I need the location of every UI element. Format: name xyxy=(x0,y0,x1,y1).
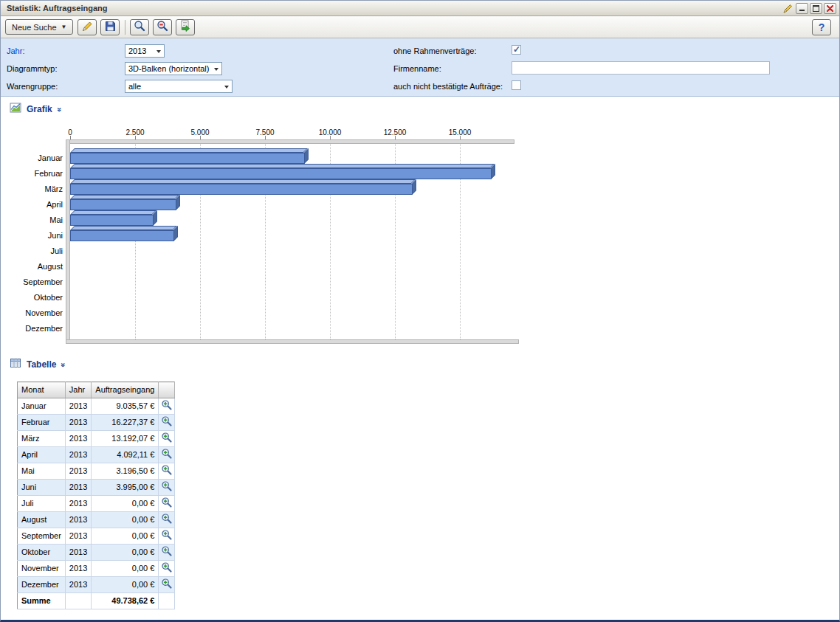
jahr-label[interactable]: Jahr: xyxy=(7,46,24,55)
firmenname-label: Firmenname: xyxy=(393,64,441,73)
help-button[interactable]: ? xyxy=(812,19,831,35)
cell-jahr: 2013 xyxy=(65,480,91,496)
orders-table: Monat Jahr Auftragseingang Januar20139.0… xyxy=(17,381,175,609)
close-button[interactable] xyxy=(824,3,836,14)
cell-actions xyxy=(159,398,175,415)
bar-april xyxy=(70,199,176,210)
cell-auftragseingang: 0,00 € xyxy=(92,496,159,512)
x-tick-mark xyxy=(70,136,71,139)
row-detail-zoom-button[interactable] xyxy=(161,399,173,411)
table-row-juli: Juli20130,00 € xyxy=(18,496,175,512)
cell-jahr: 2013 xyxy=(65,415,91,431)
window-title: Statistik: Auftragseingang xyxy=(7,4,780,13)
cell-jahr: 2013 xyxy=(65,447,91,463)
ohne-rahmenvertraege-checkbox[interactable] xyxy=(512,45,521,55)
cell-actions xyxy=(159,512,175,528)
save-icon xyxy=(105,21,116,34)
new-search-label: Neue Suche xyxy=(12,23,57,32)
chart-wall-top xyxy=(66,139,514,144)
warengruppe-value: alle xyxy=(128,82,141,91)
search-button[interactable] xyxy=(130,19,149,35)
y-axis-label: Juni xyxy=(4,231,63,240)
cell-actions xyxy=(159,577,175,593)
search-reset-button[interactable] xyxy=(153,19,172,35)
x-tick-mark xyxy=(200,136,201,139)
collapse-chevron-icon[interactable]: » xyxy=(55,107,63,111)
x-tick-mark xyxy=(460,136,461,139)
table-row-april: April20134.092,11 € xyxy=(18,447,175,463)
tabelle-section-header: Tabelle » xyxy=(10,358,66,371)
cell-actions xyxy=(159,415,175,431)
row-detail-zoom-button[interactable] xyxy=(161,529,173,541)
x-tick-mark xyxy=(265,136,266,139)
y-axis-label: März xyxy=(4,184,63,193)
note-icon[interactable] xyxy=(782,3,794,14)
row-detail-zoom-button[interactable] xyxy=(161,497,173,508)
question-icon: ? xyxy=(819,21,825,33)
bar-mai xyxy=(70,215,154,226)
table-row-mai: Mai20133.196,50 € xyxy=(18,463,175,480)
table-row-august: August20130,00 € xyxy=(18,512,175,528)
bar-märz xyxy=(70,184,413,195)
row-detail-zoom-button[interactable] xyxy=(161,513,173,525)
cell-jahr: 2013 xyxy=(65,577,91,593)
row-detail-zoom-button[interactable] xyxy=(161,415,173,427)
cell-auftragseingang: 4.092,11 € xyxy=(92,447,159,463)
maximize-button[interactable] xyxy=(810,3,822,14)
column-header-actions xyxy=(159,382,175,398)
table-icon xyxy=(10,357,21,372)
cell-auftragseingang: 0,00 € xyxy=(92,512,159,528)
bar-juni xyxy=(70,230,174,241)
titlebar: Statistik: Auftragseingang xyxy=(1,1,839,16)
pencil-icon xyxy=(82,21,93,34)
export-button[interactable] xyxy=(176,19,195,35)
row-detail-zoom-button[interactable] xyxy=(161,561,173,573)
cell-monat: März xyxy=(18,431,66,447)
table-header-row: Monat Jahr Auftragseingang xyxy=(18,382,175,398)
cell-jahr: 2013 xyxy=(65,496,91,512)
orders-table-body: Januar20139.035,57 €Februar201316.227,37… xyxy=(18,398,175,593)
jahr-select[interactable]: 2013 xyxy=(125,44,165,58)
edit-search-button[interactable] xyxy=(78,19,97,35)
row-detail-zoom-button[interactable] xyxy=(161,545,173,557)
warengruppe-select[interactable]: alle xyxy=(125,80,233,93)
cell-actions xyxy=(159,463,175,480)
nicht-bestaetigte-checkbox[interactable] xyxy=(512,80,521,90)
cell-jahr: 2013 xyxy=(65,463,91,480)
row-detail-zoom-button[interactable] xyxy=(161,578,173,590)
y-axis-label: Dezember xyxy=(4,324,63,333)
cell-auftragseingang: 3.995,00 € xyxy=(92,480,159,496)
cell-auftragseingang: 16.227,37 € xyxy=(92,415,159,431)
new-search-button[interactable]: Neue Suche ▼ xyxy=(5,19,73,35)
toolbar-separator xyxy=(125,20,125,35)
cell-monat: Februar xyxy=(18,415,66,431)
y-axis-label: Oktober xyxy=(4,293,63,302)
row-detail-zoom-button[interactable] xyxy=(161,432,173,443)
column-header-auftragseingang: Auftragseingang xyxy=(92,382,159,398)
cell-jahr: 2013 xyxy=(65,431,91,447)
cell-jahr: 2013 xyxy=(65,512,91,528)
row-detail-zoom-button[interactable] xyxy=(161,464,173,476)
save-button[interactable] xyxy=(100,19,120,35)
collapse-chevron-icon[interactable]: » xyxy=(59,362,68,366)
cell-jahr: 2013 xyxy=(65,561,91,577)
table-row-dezember: Dezember20130,00 € xyxy=(18,577,175,593)
summe-label: Summe xyxy=(18,593,66,609)
minimize-button[interactable] xyxy=(796,3,808,14)
diagrammtyp-select[interactable]: 3D-Balken (horizontal) xyxy=(125,62,222,75)
cell-monat: April xyxy=(18,447,66,463)
cell-actions xyxy=(159,480,175,496)
cell-monat: Juli xyxy=(18,496,66,512)
row-detail-zoom-button[interactable] xyxy=(161,448,173,460)
x-tick-mark xyxy=(395,136,396,139)
table-row-januar: Januar20139.035,57 € xyxy=(18,398,175,415)
row-detail-zoom-button[interactable] xyxy=(161,480,173,492)
toolbar: Neue Suche ▼ ? xyxy=(1,16,839,38)
chart-canvas: 02.5005.0007.50010.00012.50015.000Januar… xyxy=(1,126,569,356)
filter-panel: Jahr: Diagrammtyp: Warengruppe: 2013 3D-… xyxy=(1,38,839,97)
firmenname-input[interactable] xyxy=(512,61,770,75)
tabelle-section-label: Tabelle xyxy=(27,359,56,370)
cell-monat: Juni xyxy=(18,480,66,496)
diagrammtyp-value: 3D-Balken (horizontal) xyxy=(128,64,209,73)
grafik-section-header: Grafik » xyxy=(10,103,61,116)
